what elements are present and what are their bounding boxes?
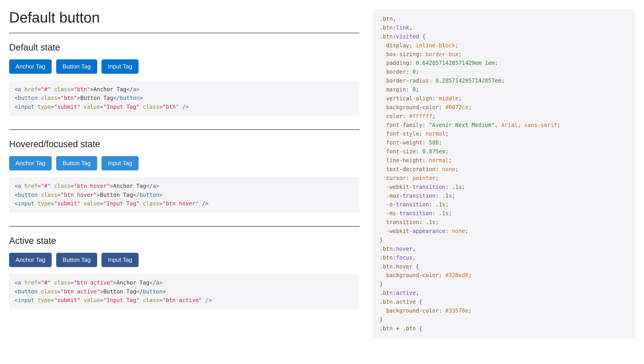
button-row-default: Anchor Tag Button Tag — [9, 60, 360, 74]
button-row-active: Anchor Tag Button Tag — [9, 253, 360, 267]
examples-column: Default button Default state Anchor Tag … — [9, 9, 360, 338]
page-root: Default button Default state Anchor Tag … — [9, 9, 635, 338]
section-title-default: Default state — [9, 42, 360, 52]
code-snippet-hover: <a href="#" class="btn hover">Anchor Tag… — [9, 177, 360, 212]
code-snippet-default: <a href="#" class="btn">Anchor Tag</a> <… — [9, 80, 360, 116]
section-rule-1 — [9, 130, 360, 130]
css-column: .btn, .btn:link, .btn:visited { display:… — [373, 9, 635, 338]
input-button-active[interactable] — [102, 253, 138, 267]
anchor-button-hover[interactable]: Anchor Tag — [9, 156, 52, 170]
button-element-active[interactable]: Button Tag — [56, 253, 97, 267]
title-rule — [9, 33, 360, 33]
page-title: Default button — [9, 9, 360, 26]
section-rule-2 — [9, 226, 360, 226]
button-element-hover[interactable]: Button Tag — [56, 156, 97, 170]
button-element-default[interactable]: Button Tag — [56, 60, 97, 74]
css-source: .btn, .btn:link, .btn:visited { display:… — [373, 9, 635, 338]
button-row-hover: Anchor Tag Button Tag — [9, 156, 360, 170]
anchor-button-active[interactable]: Anchor Tag — [9, 253, 52, 267]
section-title-active: Active state — [9, 236, 360, 246]
anchor-button-default[interactable]: Anchor Tag — [9, 60, 52, 74]
input-button-hover[interactable] — [102, 156, 138, 170]
section-title-hover: Hovered/focused state — [9, 139, 360, 149]
input-button-default[interactable] — [102, 60, 138, 74]
code-snippet-active: <a href="#" class="btn active">Anchor Ta… — [9, 274, 360, 309]
